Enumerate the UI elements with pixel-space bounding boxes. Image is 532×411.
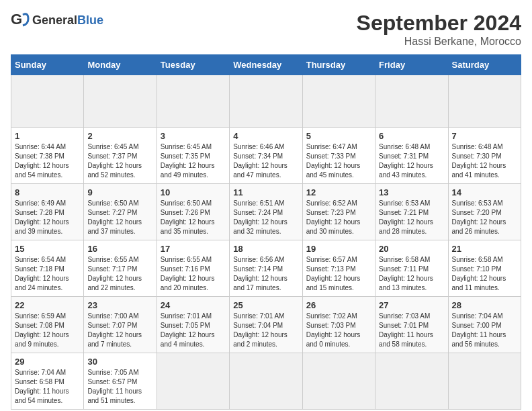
calendar-cell: 2 Sunrise: 6:45 AM Sunset: 7:37 PM Dayli… [84, 128, 157, 184]
sunset-text: Sunset: 7:33 PM [306, 152, 356, 160]
day-number: 15 [15, 244, 80, 254]
weekday-header-tuesday: Tuesday [157, 55, 229, 75]
calendar-cell: 3 Sunrise: 6:45 AM Sunset: 7:35 PM Dayli… [157, 128, 229, 184]
sunrise-text: Sunrise: 6:57 AM [306, 256, 357, 263]
day-info: Sunrise: 6:50 AM Sunset: 7:27 PM Dayligh… [87, 199, 152, 236]
day-info: Sunrise: 6:48 AM Sunset: 7:31 PM Dayligh… [379, 142, 444, 180]
calendar-cell: 26 Sunrise: 7:02 AM Sunset: 7:03 PM Dayl… [302, 297, 375, 353]
sunset-text: Sunset: 7:05 PM [161, 322, 210, 329]
daylight-text: Daylight: 12 hours and 43 minutes. [379, 162, 433, 179]
daylight-text: Daylight: 12 hours and 17 minutes. [233, 275, 287, 291]
calendar-cell [375, 353, 448, 410]
day-number: 9 [87, 187, 152, 197]
day-number: 1 [15, 131, 80, 141]
day-number: 13 [379, 187, 444, 197]
daylight-text: Daylight: 11 hours and 58 minutes. [379, 331, 433, 348]
sunrise-text: Sunrise: 6:59 AM [15, 312, 66, 320]
day-info: Sunrise: 6:59 AM Sunset: 7:08 PM Dayligh… [15, 312, 80, 349]
daylight-text: Daylight: 12 hours and 7 minutes. [87, 331, 142, 348]
sunrise-text: Sunrise: 6:45 AM [87, 143, 138, 150]
calendar-cell [302, 75, 375, 128]
sunset-text: Sunset: 7:10 PM [452, 265, 502, 273]
sunrise-text: Sunrise: 6:50 AM [87, 199, 138, 207]
daylight-text: Daylight: 12 hours and 4 minutes. [161, 331, 215, 348]
day-info: Sunrise: 6:48 AM Sunset: 7:30 PM Dayligh… [452, 142, 517, 180]
day-info: Sunrise: 6:44 AM Sunset: 7:38 PM Dayligh… [15, 142, 80, 180]
daylight-text: Daylight: 12 hours and 26 minutes. [452, 218, 506, 235]
calendar-cell [448, 353, 521, 410]
calendar-cell: 12 Sunrise: 6:52 AM Sunset: 7:23 PM Dayl… [302, 184, 375, 240]
sunrise-text: Sunrise: 6:52 AM [306, 199, 357, 207]
day-info: Sunrise: 6:45 AM Sunset: 7:37 PM Dayligh… [87, 142, 152, 180]
calendar-week-row: 8 Sunrise: 6:49 AM Sunset: 7:28 PM Dayli… [11, 184, 521, 240]
sunset-text: Sunset: 7:35 PM [161, 152, 210, 160]
calendar-cell [157, 353, 229, 410]
calendar-week-row: 22 Sunrise: 6:59 AM Sunset: 7:08 PM Dayl… [11, 297, 521, 353]
day-info: Sunrise: 6:45 AM Sunset: 7:35 PM Dayligh… [161, 142, 226, 180]
logo: G General Blue [11, 11, 103, 30]
calendar-week-row: 29 Sunrise: 7:04 AM Sunset: 6:58 PM Dayl… [11, 353, 521, 410]
day-number: 17 [161, 244, 226, 254]
sunrise-text: Sunrise: 6:46 AM [233, 143, 284, 150]
daylight-text: Daylight: 12 hours and 39 minutes. [15, 218, 69, 235]
day-number: 18 [233, 244, 298, 254]
sunset-text: Sunset: 7:14 PM [233, 265, 283, 273]
calendar-cell [230, 75, 302, 128]
sunrise-text: Sunrise: 6:58 AM [452, 256, 503, 263]
sunset-text: Sunset: 7:03 PM [306, 322, 356, 329]
daylight-text: Daylight: 12 hours and 37 minutes. [87, 218, 142, 235]
sunset-text: Sunset: 7:16 PM [161, 265, 210, 273]
day-number: 20 [379, 244, 444, 254]
calendar-cell: 15 Sunrise: 6:54 AM Sunset: 7:18 PM Dayl… [11, 240, 84, 297]
day-info: Sunrise: 6:50 AM Sunset: 7:26 PM Dayligh… [161, 199, 226, 236]
calendar-cell [157, 75, 229, 128]
sunset-text: Sunset: 7:20 PM [452, 209, 502, 216]
sunset-text: Sunset: 7:11 PM [379, 265, 429, 273]
sunset-text: Sunset: 7:24 PM [233, 209, 283, 216]
daylight-text: Daylight: 12 hours and 20 minutes. [161, 275, 215, 291]
sunrise-text: Sunrise: 6:45 AM [161, 143, 212, 150]
calendar-cell [84, 75, 157, 128]
calendar-week-row [11, 75, 521, 128]
weekday-header-monday: Monday [84, 55, 157, 75]
day-number: 5 [306, 131, 371, 141]
day-number: 6 [379, 131, 444, 141]
sunrise-text: Sunrise: 6:53 AM [452, 199, 503, 207]
sunset-text: Sunset: 7:08 PM [15, 322, 64, 329]
daylight-text: Daylight: 11 hours and 54 minutes. [15, 387, 69, 404]
day-info: Sunrise: 6:58 AM Sunset: 7:11 PM Dayligh… [379, 255, 444, 293]
calendar-cell: 24 Sunrise: 7:01 AM Sunset: 7:05 PM Dayl… [157, 297, 229, 353]
sunrise-text: Sunrise: 6:53 AM [379, 199, 430, 207]
day-info: Sunrise: 7:00 AM Sunset: 7:07 PM Dayligh… [87, 312, 152, 349]
calendar-cell: 16 Sunrise: 6:55 AM Sunset: 7:17 PM Dayl… [84, 240, 157, 297]
sunset-text: Sunset: 7:38 PM [15, 152, 64, 160]
day-info: Sunrise: 7:04 AM Sunset: 6:58 PM Dayligh… [15, 368, 80, 406]
sunrise-text: Sunrise: 7:02 AM [306, 312, 357, 320]
day-info: Sunrise: 6:56 AM Sunset: 7:14 PM Dayligh… [233, 255, 298, 293]
day-number: 14 [452, 187, 517, 197]
day-info: Sunrise: 7:01 AM Sunset: 7:04 PM Dayligh… [233, 312, 298, 349]
sunrise-text: Sunrise: 6:44 AM [15, 143, 66, 150]
sunrise-text: Sunrise: 7:04 AM [15, 369, 66, 376]
day-info: Sunrise: 6:57 AM Sunset: 7:13 PM Dayligh… [306, 255, 371, 293]
sunrise-text: Sunrise: 6:51 AM [233, 199, 284, 207]
sunset-text: Sunset: 7:13 PM [306, 265, 356, 273]
day-info: Sunrise: 6:53 AM Sunset: 7:20 PM Dayligh… [452, 199, 517, 236]
calendar-cell: 17 Sunrise: 6:55 AM Sunset: 7:16 PM Dayl… [157, 240, 229, 297]
sunset-text: Sunset: 7:28 PM [15, 209, 64, 216]
location-title: Hassi Berkane, Morocco [357, 36, 521, 48]
sunrise-text: Sunrise: 6:50 AM [161, 199, 212, 207]
daylight-text: Daylight: 12 hours and 9 minutes. [15, 331, 69, 348]
daylight-text: Daylight: 12 hours and 13 minutes. [379, 275, 433, 291]
sunrise-text: Sunrise: 6:47 AM [306, 143, 357, 150]
day-number: 3 [161, 131, 226, 141]
sunset-text: Sunset: 7:07 PM [87, 322, 137, 329]
daylight-text: Daylight: 11 hours and 56 minutes. [452, 331, 506, 348]
calendar-cell: 8 Sunrise: 6:49 AM Sunset: 7:28 PM Dayli… [11, 184, 84, 240]
sunrise-text: Sunrise: 7:03 AM [379, 312, 430, 320]
day-number: 30 [87, 357, 152, 367]
calendar-cell: 13 Sunrise: 6:53 AM Sunset: 7:21 PM Dayl… [375, 184, 448, 240]
day-number: 21 [452, 244, 517, 254]
daylight-text: Daylight: 12 hours and 45 minutes. [306, 162, 361, 179]
day-number: 2 [87, 131, 152, 141]
